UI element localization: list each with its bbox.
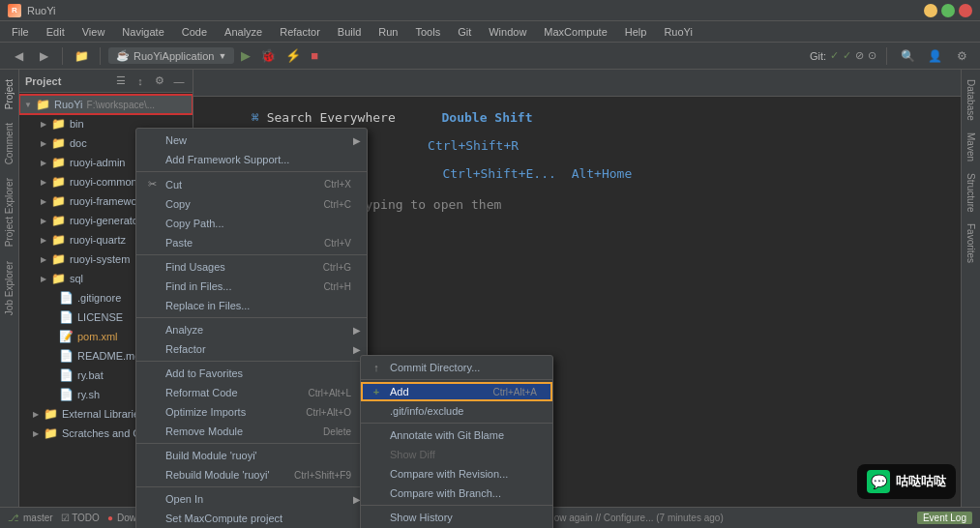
panel-tool-list[interactable]: ☰ <box>113 73 129 89</box>
sidebar-tab-job-explorer[interactable]: Job Explorer <box>1 255 17 321</box>
cm-framework-label: Add Framework Support... <box>165 154 351 165</box>
back-button[interactable]: ◀ <box>8 45 29 67</box>
generator-arrow: ▶ <box>39 217 48 225</box>
sidebar-tab-project-explorer[interactable]: Project Explorer <box>1 172 17 252</box>
folder-button[interactable]: 📁 <box>71 45 92 67</box>
menu-ruoyi[interactable]: RuoYi <box>656 24 700 40</box>
menu-window[interactable]: Window <box>481 24 534 40</box>
menu-build[interactable]: Build <box>330 24 369 40</box>
menu-view[interactable]: View <box>74 24 113 40</box>
admin-icon: 📁 <box>51 156 66 169</box>
cm-openin[interactable]: Open In ▶ <box>136 489 367 509</box>
pull-shortcut: Ctrl+Shift+R <box>428 138 519 153</box>
cm-sep-2 <box>136 254 367 255</box>
menu-analyze[interactable]: Analyze <box>217 24 270 40</box>
right-tab-database[interactable]: Database <box>963 73 979 127</box>
main-layout: Project Comment Project Explorer Job Exp… <box>0 70 980 507</box>
git-show-history[interactable]: Show History <box>361 508 552 527</box>
git-commit-dir[interactable]: ↑ Commit Directory... <box>361 358 552 377</box>
panel-tool-sort[interactable]: ↕ <box>133 73 148 89</box>
profile-button[interactable]: ⚡ <box>282 48 304 63</box>
debug-button[interactable]: 🐞 <box>257 48 279 63</box>
sidebar-tab-project[interactable]: Project <box>1 73 17 115</box>
search-button[interactable]: 🔍 <box>897 45 918 67</box>
git-info-exclude[interactable]: .git/info/exclude <box>361 401 552 421</box>
cm-optimizeimports[interactable]: Optimize Imports Ctrl+Alt+O <box>136 402 367 422</box>
menu-tools[interactable]: Tools <box>407 24 448 40</box>
user-button[interactable]: 👤 <box>924 45 945 67</box>
cm-cut[interactable]: ✂ Cut Ctrl+X <box>136 174 367 194</box>
pom-label: pom.xml <box>77 331 118 342</box>
git-circle: ⊙ <box>868 49 876 62</box>
cm-analyze-label: Analyze <box>165 324 351 336</box>
menu-file[interactable]: File <box>4 24 37 40</box>
forward-button[interactable]: ▶ <box>33 45 54 67</box>
stop-button[interactable]: ■ <box>308 48 321 63</box>
cm-replaceinfiles[interactable]: Replace in Files... <box>136 296 367 315</box>
menu-maxcompute[interactable]: MaxCompute <box>536 24 614 40</box>
notification-git-icon: ⎇ <box>8 513 19 523</box>
menu-code[interactable]: Code <box>174 24 215 40</box>
git-check-2: ✓ <box>843 49 851 62</box>
git-add[interactable]: + Add Ctrl+Alt+A <box>361 382 552 401</box>
minimize-button[interactable] <box>924 4 937 17</box>
right-sidebar: Database Maven Structure Favorites <box>961 70 980 507</box>
right-tab-structure[interactable]: Structure <box>963 167 979 219</box>
git-annotate[interactable]: Annotate with Git Blame <box>361 425 552 445</box>
cm-replaceinfiles-label: Replace in Files... <box>165 300 351 311</box>
close-button[interactable] <box>959 4 972 17</box>
cm-copy[interactable]: Copy Ctrl+C <box>136 194 367 214</box>
double-shift-label: Double Shift <box>442 110 533 125</box>
toolbar-sep-3 <box>886 47 887 65</box>
run-button[interactable]: ▶ <box>238 48 253 63</box>
event-log-button[interactable]: Event Log <box>917 512 972 524</box>
cm-framework[interactable]: Add Framework Support... <box>136 150 367 169</box>
cm-analyze[interactable]: Analyze ▶ <box>136 320 367 339</box>
rysh-icon: 📄 <box>59 388 74 401</box>
cm-sep-1 <box>136 171 367 172</box>
menu-run[interactable]: Run <box>371 24 405 40</box>
menu-refactor[interactable]: Refactor <box>272 24 328 40</box>
cm-rebuildmodule[interactable]: Rebuild Module 'ruoyi' Ctrl+Shift+F9 <box>136 465 367 484</box>
menu-edit[interactable]: Edit <box>39 24 73 40</box>
run-shortcut: Ctrl+Shift+E... <box>442 166 555 181</box>
cm-refactor[interactable]: Refactor ▶ <box>136 339 367 359</box>
cm-buildmodule[interactable]: Build Module 'ruoyi' <box>136 446 367 465</box>
cm-removemodule[interactable]: Remove Module Delete <box>136 422 367 441</box>
cm-findusages[interactable]: Find Usages Ctrl+G <box>136 257 367 277</box>
sidebar-tab-comment[interactable]: Comment <box>1 117 17 170</box>
menu-help[interactable]: Help <box>617 24 655 40</box>
git-compare-revision[interactable]: Compare with Revision... <box>361 464 552 484</box>
settings-button[interactable]: ⚙ <box>951 45 972 67</box>
panel-tool-collapse[interactable]: — <box>171 73 187 89</box>
sql-icon: 📁 <box>51 272 66 285</box>
cm-setmaxcompute[interactable]: Set MaxCompute project <box>136 509 367 528</box>
root-label: RuoYi <box>54 99 83 110</box>
cm-addtofavorites[interactable]: Add to Favorites <box>136 364 367 383</box>
panel-tool-settings[interactable]: ⚙ <box>152 73 167 89</box>
menu-navigate[interactable]: Navigate <box>114 24 171 40</box>
cm-removemodule-label: Remove Module <box>165 425 304 437</box>
menu-git[interactable]: Git <box>450 24 479 40</box>
panel-title: Project <box>25 75 61 87</box>
right-tab-maven[interactable]: Maven <box>963 127 979 167</box>
cm-new[interactable]: New ▶ <box>136 131 367 150</box>
run-config-selector[interactable]: ☕ RuoYiApplication ▼ <box>108 47 234 64</box>
license-icon: 📄 <box>59 310 74 324</box>
system-label: ruoyi-system <box>70 253 130 265</box>
sql-arrow: ▶ <box>39 275 48 283</box>
maximize-button[interactable] <box>941 4 955 17</box>
cm-reformatcode[interactable]: Reformat Code Ctrl+Alt+L <box>136 383 367 402</box>
quartz-arrow: ▶ <box>39 236 48 245</box>
doc-arrow: ▶ <box>39 139 48 148</box>
right-tab-favorites[interactable]: Favorites <box>963 218 979 269</box>
cm-copypath[interactable]: Copy Path... <box>136 214 367 233</box>
git-compare-branch[interactable]: Compare with Branch... <box>361 484 552 503</box>
git-check-1: ✓ <box>830 49 839 62</box>
cm-copy-shortcut: Ctrl+C <box>323 199 351 210</box>
git-sep-3 <box>361 505 552 506</box>
tree-item-root[interactable]: ▼ 📁 RuoYi F:\workspace\... <box>19 95 193 114</box>
cm-findinfiles[interactable]: Find in Files... Ctrl+H <box>136 277 367 296</box>
cm-sep-3 <box>136 317 367 318</box>
cm-paste[interactable]: Paste Ctrl+V <box>136 233 367 252</box>
